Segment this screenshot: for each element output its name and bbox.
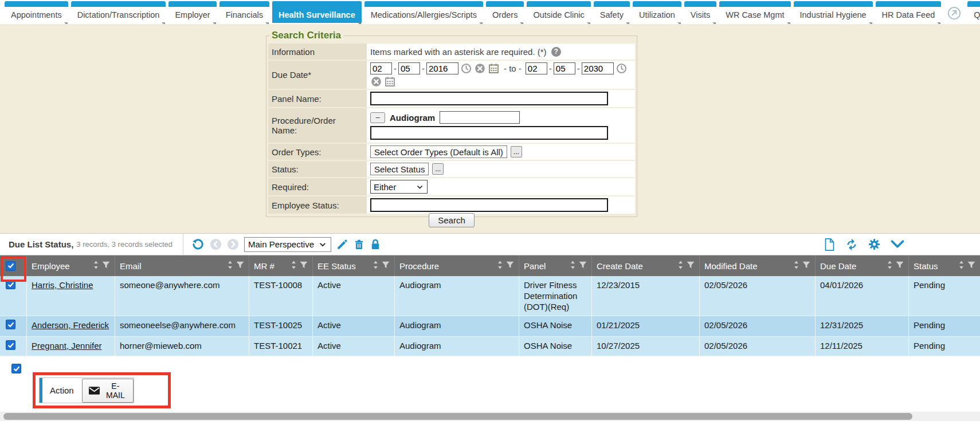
procedure-order-name-input[interactable]	[370, 126, 608, 140]
calendar-icon[interactable]	[385, 76, 395, 87]
sort-icon[interactable]	[291, 261, 296, 271]
sort-icon[interactable]	[570, 261, 575, 271]
due-date-to-month-input[interactable]	[526, 62, 547, 74]
filter-funnel-icon[interactable]	[687, 261, 695, 271]
clear-x-icon[interactable]	[475, 63, 485, 74]
filter-funnel-icon[interactable]	[579, 261, 587, 271]
filter-funnel-icon[interactable]	[896, 261, 904, 271]
help-icon[interactable]: ?	[551, 47, 561, 57]
employee-link[interactable]: Harris, Christine	[32, 280, 93, 290]
column-header-employee[interactable]: Employee	[26, 255, 115, 276]
clock-icon[interactable]	[616, 63, 627, 74]
horizontal-scrollbar-thumb[interactable]	[3, 413, 912, 420]
horizontal-scrollbar-track[interactable]	[0, 412, 980, 421]
filter-funnel-icon[interactable]	[300, 261, 308, 271]
status-browse-button[interactable]: ...	[432, 163, 444, 175]
sort-icon[interactable]	[93, 261, 99, 271]
tab-orders[interactable]: Orders	[486, 1, 524, 23]
sort-icon[interactable]	[678, 261, 683, 271]
select-all-checkbox[interactable]	[6, 261, 15, 271]
undo-icon[interactable]	[191, 238, 205, 251]
remove-procedure-button[interactable]: –	[370, 112, 385, 123]
calendar-icon[interactable]	[488, 63, 499, 74]
column-header-ee-status[interactable]: EE Status	[312, 255, 394, 276]
tab-overflow-button[interactable]	[944, 1, 965, 23]
tab-quality-of[interactable]: Quality of	[967, 1, 980, 23]
column-header-email[interactable]: Email	[115, 255, 249, 276]
employee-link[interactable]: Pregnant, Jennifer	[32, 341, 102, 351]
tab-appointments[interactable]: Appointments	[5, 1, 68, 23]
tab-utilization[interactable]: Utilization	[633, 1, 681, 23]
tab-industrial-hygiene[interactable]: Industrial Hygiene	[794, 1, 873, 23]
filter-funnel-icon[interactable]	[382, 261, 390, 271]
next-page-icon[interactable]	[227, 238, 239, 250]
column-header-modified-date[interactable]: Modified Date	[699, 255, 815, 276]
column-header-panel[interactable]: Panel	[519, 255, 591, 276]
search-button[interactable]: Search	[429, 213, 475, 227]
status-value[interactable]: Select Status	[370, 163, 429, 175]
employee-status-input[interactable]	[370, 198, 608, 212]
column-header-due-date[interactable]: Due Date	[815, 255, 908, 276]
filter-funnel-icon[interactable]	[506, 261, 514, 271]
procedure-item-input[interactable]	[440, 111, 520, 124]
perspective-select[interactable]: Main Perspective	[244, 237, 331, 252]
column-header-mr[interactable]: MR #	[249, 255, 312, 276]
clear-x-icon[interactable]	[371, 76, 382, 87]
column-label: Create Date	[597, 261, 643, 271]
tab-strip	[219, 1, 269, 7]
panel-name-input[interactable]	[370, 92, 608, 105]
tab-medications-allergies-scripts[interactable]: Medications/Allergies/Scripts	[364, 1, 483, 23]
collapse-chevron-icon[interactable]	[890, 239, 905, 250]
sort-icon[interactable]	[794, 261, 799, 271]
new-document-icon[interactable]	[824, 238, 836, 251]
row-checkbox[interactable]	[6, 280, 15, 289]
filter-funnel-icon[interactable]	[802, 261, 810, 271]
column-header-procedure[interactable]: Procedure	[394, 255, 519, 276]
row-checkbox[interactable]	[6, 320, 15, 329]
tab-health-surveillance[interactable]: Health Surveillance	[272, 1, 362, 23]
employee-link[interactable]: Anderson, Frederick	[32, 320, 109, 330]
due-date-to-day-input[interactable]	[554, 62, 575, 74]
settings-gear-icon[interactable]	[868, 238, 881, 251]
tab-wr-case-mgmt[interactable]: WR Case Mgmt	[719, 1, 790, 23]
tab-financials[interactable]: Financials	[219, 1, 269, 23]
sort-icon[interactable]	[959, 261, 964, 271]
filter-funnel-icon[interactable]	[236, 261, 244, 271]
column-header-create-date[interactable]: Create Date	[591, 255, 699, 276]
sort-icon[interactable]	[497, 261, 503, 271]
tab-label: Industrial Hygiene	[794, 7, 873, 23]
ee-status-cell: Active	[312, 276, 394, 316]
mr-cell: TEST-10021	[249, 337, 312, 356]
due-date-from-year-input[interactable]	[426, 62, 458, 74]
lock-icon[interactable]	[370, 238, 381, 251]
filter-funnel-icon[interactable]	[102, 261, 110, 271]
due-date-from-day-input[interactable]	[398, 62, 420, 74]
sort-icon[interactable]	[373, 261, 378, 271]
filter-funnel-icon[interactable]	[967, 261, 975, 271]
tab-outside-clinic[interactable]: Outside Clinic	[527, 1, 590, 23]
column-header-status[interactable]: Status	[908, 255, 980, 276]
email-button[interactable]: E-MAIL	[82, 379, 134, 403]
footer-select-checkbox[interactable]	[11, 364, 21, 373]
email-button-label: E-MAIL	[104, 381, 127, 400]
order-types-browse-button[interactable]: ...	[511, 146, 522, 158]
tab-hr-data-feed[interactable]: HR Data Feed	[876, 1, 942, 23]
tab-employer[interactable]: Employer	[168, 1, 216, 23]
refresh-icon[interactable]	[845, 238, 859, 251]
delete-trash-icon[interactable]	[354, 238, 364, 251]
required-select[interactable]: Either	[370, 180, 428, 194]
due-date-from-month-input[interactable]	[370, 62, 392, 74]
previous-page-icon[interactable]	[210, 238, 222, 250]
sort-icon[interactable]	[228, 261, 233, 271]
sort-icon[interactable]	[887, 261, 892, 271]
tab-visits[interactable]: Visits	[684, 1, 716, 23]
tab-safety[interactable]: Safety	[594, 1, 630, 23]
modified-date-cell: 02/05/2026	[699, 316, 815, 336]
order-types-value[interactable]: Select Order Types (Default is All)	[370, 145, 507, 158]
due-date-to-year-input[interactable]	[582, 62, 614, 74]
chevron-down-icon	[319, 241, 327, 249]
row-checkbox[interactable]	[6, 340, 15, 350]
tab-dictation-transcription[interactable]: Dictation/Transcription	[71, 1, 166, 23]
clock-icon[interactable]	[461, 63, 472, 74]
edit-pencil-icon[interactable]	[336, 238, 348, 250]
